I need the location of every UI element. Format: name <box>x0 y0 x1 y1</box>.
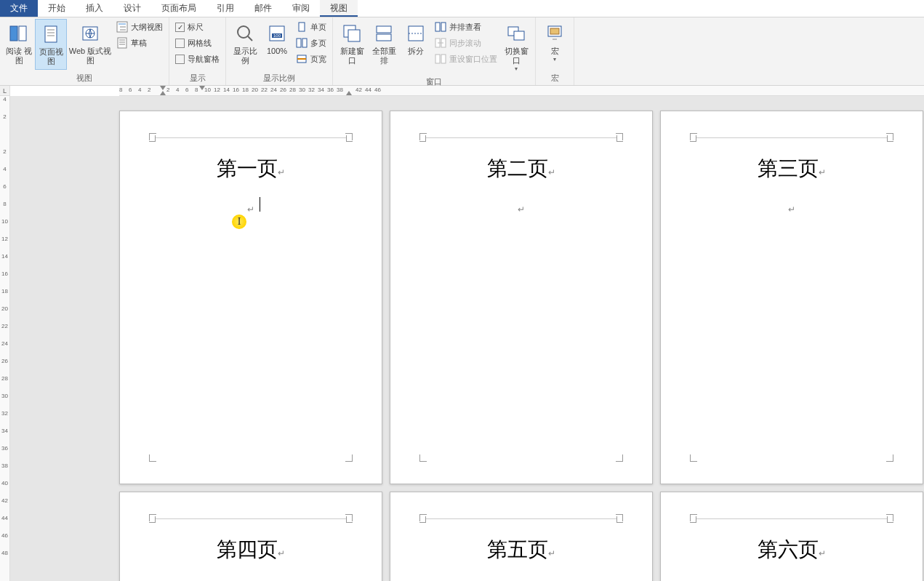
ruler-tick: 10 <box>0 218 9 225</box>
horizontal-ruler[interactable]: 8642246810121416182022242628303234363842… <box>119 86 924 96</box>
tab-references[interactable]: 引用 <box>206 0 244 17</box>
ruler-tick: 24 <box>0 340 9 347</box>
tab-bar: 文件 开始 插入 设计 页面布局 引用 邮件 审阅 视图 <box>0 0 924 17</box>
margin-guide <box>696 518 888 519</box>
gridlines-label: 网格线 <box>188 38 212 49</box>
one-page-button[interactable]: 单页 <box>293 19 329 35</box>
web-view-button[interactable]: Web 版式视图 <box>67 19 113 68</box>
ruler-tick: 28 <box>0 375 9 382</box>
new-window-label: 新建窗口 <box>337 47 366 65</box>
document-area: L 42246810121416182022242628303234363840… <box>0 86 924 581</box>
crop-mark <box>690 133 697 140</box>
svg-text:100: 100 <box>273 33 281 38</box>
tab-review[interactable]: 审阅 <box>282 0 320 17</box>
document-page[interactable]: 第六页↵ ↵ <box>660 492 923 581</box>
arrange-all-label: 全部重排 <box>369 47 398 65</box>
ruler-tick: 12 <box>214 87 220 93</box>
checkbox-icon <box>175 55 185 64</box>
ruler-tick: 8 <box>0 201 9 207</box>
ruler-label: 标尺 <box>188 22 204 33</box>
ruler-tick: 26 <box>0 358 9 364</box>
svg-rect-40 <box>514 31 524 40</box>
svg-rect-28 <box>348 30 360 41</box>
draft-view-label: 草稿 <box>131 38 147 49</box>
draft-view-button[interactable]: 草稿 <box>113 35 166 51</box>
indent-marker-top[interactable] <box>160 86 166 90</box>
ribbon-group-macro: 宏 ▾ 宏 <box>536 17 574 85</box>
text-cursor <box>260 197 260 212</box>
reset-window-label: 重设窗口位置 <box>449 54 497 65</box>
tab-home[interactable]: 开始 <box>38 0 76 17</box>
page-width-label: 页宽 <box>310 54 326 65</box>
document-page[interactable]: 第五页↵ ↵ <box>390 492 653 581</box>
ruler-tick: 44 <box>365 87 371 93</box>
magnifier-icon <box>233 22 257 45</box>
gridlines-checkbox[interactable]: 网格线 <box>172 35 222 51</box>
arrange-all-icon <box>372 22 395 45</box>
tab-file[interactable]: 文件 <box>0 0 38 17</box>
page-heading: 第四页↵ <box>155 536 347 564</box>
switch-window-button[interactable]: 切换窗口 ▾ <box>500 19 532 75</box>
reset-window-button[interactable]: 重设窗口位置 <box>432 51 500 67</box>
tab-insert[interactable]: 插入 <box>76 0 113 17</box>
sync-scroll-icon <box>435 37 446 49</box>
arrange-all-button[interactable]: 全部重排 <box>368 19 400 68</box>
ruler-tick: 22 <box>261 87 268 93</box>
ruler-tick: 18 <box>0 288 9 294</box>
ruler-tick: 14 <box>223 87 230 93</box>
side-by-side-button[interactable]: 并排查看 <box>432 19 500 35</box>
indent-marker-right[interactable] <box>346 91 352 95</box>
ruler-tick: 2 <box>166 87 169 93</box>
crop-mark <box>616 514 623 521</box>
document-page[interactable]: 第一页↵ ↵ I <box>119 111 382 484</box>
document-page[interactable]: 第三页↵ ↵ <box>660 111 923 484</box>
macro-group-label: 宏 <box>539 71 571 85</box>
svg-rect-29 <box>377 26 391 33</box>
page-width-icon <box>296 53 308 65</box>
ribbon-group-show: ✓ 标尺 网格线 导航窗格 显示 <box>169 17 226 85</box>
svg-rect-13 <box>118 38 126 48</box>
ribbon-group-window: 新建窗口 全部重排 拆分 并排查看 同步滚动 <box>333 17 536 85</box>
ruler-tick: 36 <box>327 87 334 93</box>
ruler-tick: 16 <box>233 87 239 93</box>
margin-guide <box>425 137 617 138</box>
switch-window-icon <box>505 22 528 45</box>
tab-view[interactable]: 视图 <box>320 0 358 17</box>
macro-icon <box>543 22 566 45</box>
page-heading: 第一页↵ <box>155 155 347 183</box>
outline-view-button[interactable]: 大纲视图 <box>113 19 166 35</box>
tab-design[interactable]: 设计 <box>113 0 151 17</box>
sync-scroll-label: 同步滚动 <box>449 38 481 49</box>
vertical-ruler[interactable]: L 42246810121416182022242628303234363840… <box>0 86 10 581</box>
navpane-label: 导航窗格 <box>188 54 220 65</box>
ruler-tick: 20 <box>252 87 258 93</box>
document-page[interactable]: 第四页↵ ↵ <box>119 492 382 581</box>
multi-page-button[interactable]: 多页 <box>293 35 329 51</box>
indent-marker-bottom[interactable] <box>160 91 166 95</box>
new-window-button[interactable]: 新建窗口 <box>336 19 368 68</box>
ruler-checkbox[interactable]: ✓ 标尺 <box>172 19 222 35</box>
ruler-tick: 38 <box>0 462 9 469</box>
ruler-corner: L <box>0 86 9 96</box>
page-view-label: 页面视图 <box>37 47 65 66</box>
page-width-button[interactable]: 页宽 <box>293 51 329 67</box>
views-group-label: 视图 <box>3 71 166 85</box>
split-button[interactable]: 拆分 <box>400 19 432 59</box>
tab-layout[interactable]: 页面布局 <box>151 0 206 17</box>
page-view-button[interactable]: 页面视图 <box>35 19 67 70</box>
crop-mark <box>616 133 623 140</box>
tab-mail[interactable]: 邮件 <box>244 0 282 17</box>
zoom-100-button[interactable]: 100 100% <box>261 19 293 59</box>
macro-button[interactable]: 宏 ▾ <box>539 19 571 65</box>
document-canvas[interactable]: 第一页↵ ↵ I 第二页↵ ↵ 第三页↵ ↵ 第四页↵ ↵ 第五页↵ <box>10 96 924 581</box>
sync-scroll-button[interactable]: 同步滚动 <box>432 35 500 51</box>
read-view-button[interactable]: 阅读 视图 <box>3 19 35 68</box>
macro-label: 宏 <box>551 47 559 56</box>
svg-rect-22 <box>299 23 305 31</box>
navpane-checkbox[interactable]: 导航窗格 <box>172 51 222 67</box>
crop-mark <box>886 454 893 462</box>
document-page[interactable]: 第二页↵ ↵ <box>390 111 653 484</box>
crop-mark <box>149 514 156 521</box>
zoom-button[interactable]: 显示比例 <box>229 19 261 68</box>
ruler-tick: 2 <box>0 113 9 120</box>
